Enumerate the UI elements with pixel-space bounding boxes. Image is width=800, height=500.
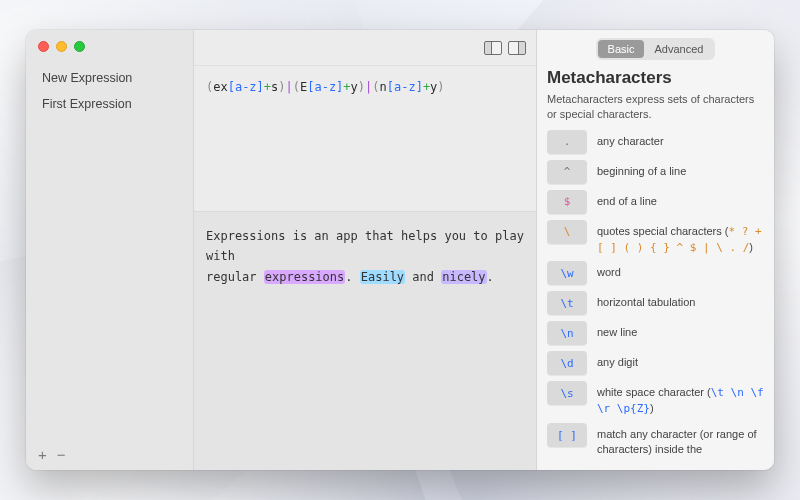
help-title: Metacharacters — [547, 68, 764, 88]
metacharacter-row[interactable]: ^beginning of a line — [547, 160, 764, 184]
metacharacter-chip: . — [547, 130, 587, 154]
editor-toolbar — [194, 30, 536, 66]
metacharacter-row[interactable]: $end of a line — [547, 190, 764, 214]
match-highlight: nicely — [441, 270, 486, 284]
regex-token-paren: ) — [358, 80, 365, 94]
regex-token-class: [a-z] — [307, 80, 343, 94]
help-panel: Basic Advanced Metacharacters Metacharac… — [536, 30, 774, 470]
metacharacter-description: any digit — [597, 351, 638, 370]
test-text: regular — [206, 270, 264, 284]
tab-advanced[interactable]: Advanced — [644, 40, 713, 58]
metacharacter-row[interactable]: \nnew line — [547, 321, 764, 345]
toggle-help-panel-icon[interactable] — [508, 41, 526, 55]
close-icon[interactable] — [38, 41, 49, 52]
metacharacter-row[interactable]: \wword — [547, 261, 764, 285]
metacharacter-list: .any character^beginning of a line$end o… — [547, 130, 764, 470]
regex-input[interactable]: (ex[a-z]+s)|(E[a-z]+y)|(n[a-z]+y) — [194, 66, 536, 212]
metacharacter-chip: ^ — [547, 160, 587, 184]
regex-token-class: [a-z] — [387, 80, 423, 94]
metacharacter-description: any character — [597, 130, 664, 149]
metacharacter-description: horizontal tabulation — [597, 291, 695, 310]
expression-list: New ExpressionFirst Expression — [26, 66, 193, 439]
zoom-icon[interactable] — [74, 41, 85, 52]
metacharacter-description: beginning of a line — [597, 160, 686, 179]
add-expression-button[interactable]: + — [38, 447, 47, 462]
regex-token-class: [a-z] — [228, 80, 264, 94]
metacharacter-chip: \s — [547, 381, 587, 405]
test-text: . — [345, 270, 359, 284]
metacharacter-description: white space character (\t \n \f \r \p{Z}… — [597, 381, 764, 417]
metacharacter-row[interactable]: \thorizontal tabulation — [547, 291, 764, 315]
metacharacter-description: quotes special characters (* ? + [ ] ( )… — [597, 220, 764, 256]
sidebar-item[interactable]: New Expression — [34, 66, 185, 90]
regex-token-quant: + — [264, 80, 271, 94]
sidebar-footer: + − — [26, 439, 193, 470]
minimize-icon[interactable] — [56, 41, 67, 52]
metacharacter-chip: \t — [547, 291, 587, 315]
metacharacter-row[interactable]: .any character — [547, 130, 764, 154]
test-text: . — [487, 270, 494, 284]
tab-basic[interactable]: Basic — [598, 40, 645, 58]
window-controls — [26, 30, 193, 66]
help-subtitle: Metacharacters express sets of character… — [547, 92, 764, 122]
test-text: and — [405, 270, 441, 284]
regex-token-lit: n — [380, 80, 387, 94]
test-text-area[interactable]: Expressions is an app that helps you to … — [194, 212, 536, 470]
regex-token-lit: ex — [213, 80, 227, 94]
regex-token-paren: ) — [278, 80, 285, 94]
regex-token-paren: ) — [437, 80, 444, 94]
help-mode-segment[interactable]: Basic Advanced — [596, 38, 716, 60]
metacharacter-description: match any character (or range of charact… — [597, 423, 764, 457]
metacharacter-row[interactable]: \dany digit — [547, 351, 764, 375]
metacharacter-chip: \d — [547, 351, 587, 375]
match-highlight: Easily — [360, 270, 405, 284]
metacharacter-description: end of a line — [597, 190, 657, 209]
match-highlight: expressions — [264, 270, 345, 284]
regex-token-paren: ( — [372, 80, 379, 94]
regex-token-paren: ( — [293, 80, 300, 94]
regex-token-alt: | — [286, 80, 293, 94]
metacharacter-chip: \n — [547, 321, 587, 345]
metacharacter-chip: [ ] — [547, 423, 587, 447]
editor-area: (ex[a-z]+s)|(E[a-z]+y)|(n[a-z]+y) Expres… — [194, 30, 536, 470]
metacharacter-row[interactable]: [ ]match any character (or range of char… — [547, 423, 764, 457]
regex-token-quant: + — [343, 80, 350, 94]
remove-expression-button[interactable]: − — [57, 447, 66, 462]
toggle-sidebar-icon[interactable] — [484, 41, 502, 55]
metacharacter-chip: $ — [547, 190, 587, 214]
sidebar-item[interactable]: First Expression — [34, 92, 185, 116]
metacharacter-row[interactable]: \swhite space character (\t \n \f \r \p{… — [547, 381, 764, 417]
metacharacter-description: word — [597, 261, 621, 280]
metacharacter-chip: \ — [547, 220, 587, 244]
metacharacter-chip: \w — [547, 261, 587, 285]
metacharacter-row[interactable]: \quotes special characters (* ? + [ ] ( … — [547, 220, 764, 256]
metacharacter-description: new line — [597, 321, 637, 340]
test-text: Expressions is an app that helps you to … — [206, 229, 524, 263]
regex-token-lit: y — [351, 80, 358, 94]
app-window: New ExpressionFirst Expression + − (ex[a… — [26, 30, 774, 470]
sidebar: New ExpressionFirst Expression + − — [26, 30, 194, 470]
